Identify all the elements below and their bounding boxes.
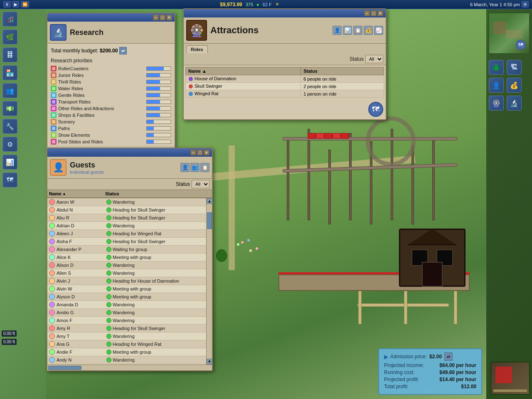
priority-bar-container[interactable]: [146, 73, 171, 77]
list-item[interactable]: Abdul NHeading for Skull Swinger: [47, 206, 206, 214]
list-item[interactable]: Amanda DWandering: [47, 301, 206, 309]
list-item[interactable]: Alvin JHeading for House of Damnation: [47, 277, 206, 285]
h-scroll-thumb[interactable]: [48, 366, 81, 370]
list-item[interactable]: Alison DWandering: [47, 261, 206, 269]
guests-close-button[interactable]: ×: [204, 150, 209, 155]
priority-bar-container[interactable]: [146, 126, 171, 131]
priority-bar-container[interactable]: [146, 113, 171, 117]
research-close-button[interactable]: ×: [166, 15, 172, 20]
running-cost-value: $49.60 per hour: [439, 369, 476, 375]
list-item[interactable]: Alyson DMeeting with group: [47, 293, 206, 301]
left-sidebar-btn-1[interactable]: 🎢: [2, 12, 17, 27]
sidebar-btn-1[interactable]: 🌲: [489, 60, 504, 75]
list-item[interactable]: Ana GHeading for Winged Rat: [47, 340, 206, 348]
list-item[interactable]: Amos FWandering: [47, 317, 206, 325]
scroll-up-arrow[interactable]: ▲: [207, 198, 212, 204]
scrollbar-thumb[interactable]: [207, 212, 212, 229]
play-button[interactable]: ▶: [12, 1, 19, 7]
table-row[interactable]: Winged Rat1 person on ride: [186, 90, 384, 98]
attractions-col-status[interactable]: Status: [301, 67, 384, 75]
list-item[interactable]: Abu RHeading for Skull Swinger: [47, 214, 206, 222]
attractions-view-btn-5[interactable]: 📈: [374, 26, 383, 35]
list-item[interactable]: Angela HWandering: [47, 364, 206, 365]
ride-status-cell: 6 people on ride: [301, 75, 384, 83]
price-adjust-button[interactable]: ⇄: [444, 352, 453, 361]
guests-zoom-button[interactable]: □: [197, 150, 203, 155]
tab-rides[interactable]: Rides: [186, 45, 208, 53]
guests-view-individual-btn[interactable]: 👤: [180, 163, 190, 172]
left-sidebar-btn-7[interactable]: 🔧: [2, 119, 17, 134]
guests-view-list-btn[interactable]: 📋: [200, 163, 209, 172]
attractions-view-btn-3[interactable]: 📋: [353, 26, 362, 35]
left-sidebar-btn-3[interactable]: 🛤: [2, 47, 17, 62]
list-item[interactable]: Alice KMeeting with group: [47, 254, 206, 261]
guests-view-group-btn[interactable]: 👥: [190, 163, 200, 172]
scrollbar-track[interactable]: [207, 204, 212, 359]
guests-window-controls: – □ ×: [190, 150, 209, 155]
priority-bar-container[interactable]: [146, 120, 171, 124]
priority-bar-container[interactable]: [146, 66, 171, 71]
list-item[interactable]: Amy TWandering: [47, 332, 206, 340]
research-minimize-button[interactable]: –: [153, 15, 159, 20]
table-row[interactable]: Skull Swinger2 people on ride: [186, 83, 384, 90]
list-item[interactable]: Andy NWandering: [47, 356, 206, 364]
guests-minimize-button[interactable]: –: [190, 150, 196, 155]
list-item[interactable]: Alexander PWaiting for group: [47, 246, 206, 254]
guests-horizontal-scrollbar[interactable]: [47, 365, 212, 370]
svg-rect-21: [52, 133, 55, 137]
research-zoom-button[interactable]: □: [160, 15, 165, 20]
attractions-view-btn-1[interactable]: 👤: [332, 26, 342, 35]
budget-adjust-button[interactable]: ⇄: [119, 47, 127, 54]
guests-col-status-header[interactable]: Status: [105, 191, 210, 196]
left-sidebar-btn-4[interactable]: 🏪: [2, 65, 17, 80]
attractions-status-dropdown[interactable]: All: [365, 55, 383, 63]
list-item[interactable]: Aisha FHeading for Skull Swinger: [47, 238, 206, 246]
priority-bar-container[interactable]: [146, 93, 171, 97]
list-item[interactable]: Aileen JHeading for Winged Rat: [47, 230, 206, 238]
left-sidebar-btn-2[interactable]: 🌿: [2, 30, 17, 44]
sidebar-btn-5[interactable]: 🎡: [489, 96, 504, 111]
list-item[interactable]: Amilio GWandering: [47, 309, 206, 317]
attractions-view-btn-4[interactable]: 💰: [364, 26, 373, 35]
priority-bar-container[interactable]: [146, 140, 171, 144]
list-item[interactable]: Andie FMeeting with group: [47, 348, 206, 356]
priority-bar-container[interactable]: [146, 106, 171, 111]
attractions-view-btn-2[interactable]: 📊: [343, 26, 352, 35]
list-item[interactable]: Amy RHeading for Skull Swinger: [47, 325, 206, 332]
list-item[interactable]: Aaron WWandering: [47, 198, 206, 206]
settings-button[interactable]: ⚙: [522, 1, 529, 7]
ff-button[interactable]: ⏩: [21, 1, 29, 7]
sidebar-btn-3[interactable]: 👤: [489, 78, 504, 93]
attractions-minimize-button[interactable]: –: [364, 10, 370, 16]
sidebar-btn-2[interactable]: 🏗: [507, 60, 522, 75]
list-item[interactable]: Alvin WMeeting with group: [47, 285, 206, 293]
table-row[interactable]: House of Damnation6 people on ride: [186, 75, 384, 83]
sidebar-btn-6[interactable]: 🔬: [507, 96, 522, 111]
sidebar-btn-4[interactable]: 💰: [507, 78, 522, 93]
list-item[interactable]: Adrian DWandering: [47, 222, 206, 230]
left-sidebar-btn-5[interactable]: 👥: [2, 83, 17, 98]
left-sidebar-btn-8[interactable]: ⚙: [2, 137, 17, 152]
attractions-map-btn[interactable]: 🗺: [368, 102, 383, 117]
left-sidebar-btn-6[interactable]: 💵: [2, 101, 17, 116]
pause-button[interactable]: ⏸: [3, 1, 11, 7]
attractions-col-name[interactable]: Name ▲: [186, 67, 301, 75]
priority-icon: [51, 72, 57, 78]
svg-rect-9: [52, 94, 55, 97]
admission-value: $2.00: [429, 354, 442, 360]
left-sidebar-btn-10[interactable]: 🗺: [2, 172, 17, 187]
guests-vertical-scrollbar[interactable]: ▲ ▼: [206, 198, 212, 365]
mini-map[interactable]: 🗺: [488, 12, 530, 54]
priority-bar-container[interactable]: [146, 133, 171, 137]
status-badge: [106, 334, 111, 339]
attractions-zoom-button[interactable]: □: [371, 10, 377, 16]
scroll-down-arrow[interactable]: ▼: [207, 359, 212, 365]
priority-bar-container[interactable]: [146, 80, 171, 84]
guests-col-name-header[interactable]: Name ▲: [49, 191, 105, 196]
priority-bar-container[interactable]: [146, 86, 171, 91]
guests-status-dropdown[interactable]: All: [192, 180, 209, 188]
list-item[interactable]: Allen SWandering: [47, 269, 206, 277]
priority-bar-container[interactable]: [146, 100, 171, 104]
attractions-close-button[interactable]: ×: [377, 10, 383, 16]
left-sidebar-btn-9[interactable]: 📊: [2, 155, 17, 170]
